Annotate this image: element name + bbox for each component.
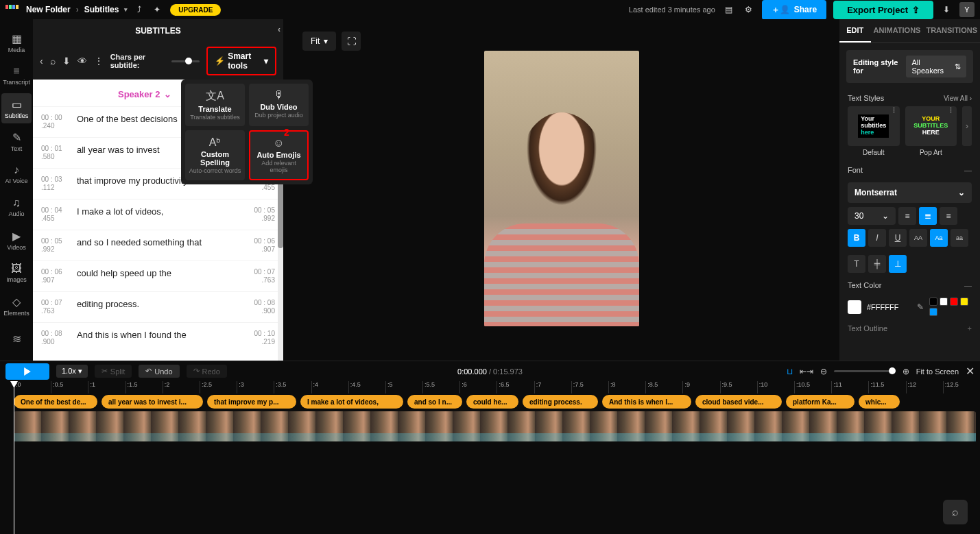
subtitle-text[interactable]: and so I needed something that	[71, 237, 245, 254]
valign-mid-button[interactable]: ╪	[868, 255, 886, 273]
more-icon[interactable]: ⋮	[948, 108, 954, 114]
subtitle-text[interactable]: I make a lot of videos,	[71, 206, 245, 223]
snap-icon[interactable]: ⇤⇥	[800, 367, 813, 376]
align-left-button[interactable]: ≡	[898, 207, 916, 225]
smart-tool-spelling[interactable]: Aᵇ Custom Spelling Auto-correct words	[185, 130, 245, 180]
subtitle-row[interactable]: 00 : 04.455 I make a lot of videos, 00 :…	[33, 199, 283, 230]
magnet-icon[interactable]: ⊔	[787, 367, 793, 376]
tab-edit[interactable]: EDIT	[839, 19, 871, 43]
align-right-button[interactable]: ≡	[940, 207, 957, 225]
color-swatch[interactable]	[929, 308, 937, 316]
subtitle-row[interactable]: 00 : 07.763 editing process. 00 : 08.900	[33, 291, 283, 322]
subtitle-clip[interactable]: cloud based vide...	[695, 395, 782, 409]
subtitle-clip[interactable]: platform Ka...	[786, 395, 854, 409]
color-swatch[interactable]	[950, 298, 958, 306]
zoom-in-icon[interactable]: ⊕	[903, 367, 909, 376]
playhead[interactable]	[14, 381, 14, 534]
font-family-select[interactable]: Montserrat⌄	[848, 182, 972, 203]
tab-animations[interactable]: ANIMATIONS	[871, 19, 924, 43]
redo-button[interactable]: ↷ Redo	[187, 365, 227, 378]
more-icon[interactable]: ⋮	[891, 108, 897, 114]
style-pop-art[interactable]: ⋮ YOUR SUBTITLES HERE Pop Art	[905, 106, 957, 156]
zoom-out-icon[interactable]: ⊖	[820, 367, 827, 376]
subtitle-clip[interactable]: and so I n...	[407, 395, 462, 409]
color-swatch[interactable]	[929, 298, 937, 306]
eye-icon[interactable]: 👁	[77, 56, 87, 66]
sentence-case-button[interactable]: Aa	[930, 229, 948, 247]
download-icon[interactable]: ⬇	[940, 2, 953, 17]
color-swatch[interactable]	[940, 298, 948, 306]
subtitle-clip[interactable]: that improve my p...	[207, 395, 296, 409]
speaker-filter[interactable]: All Speakers⇅	[906, 56, 966, 77]
comment-icon[interactable]: ▤	[722, 2, 735, 17]
subtitle-text[interactable]: editing process.	[71, 299, 245, 315]
download-srt-icon[interactable]: ⬇	[62, 56, 71, 66]
tool-audio[interactable]: ♫Audio	[1, 192, 32, 222]
view-all-link[interactable]: View All ›	[944, 95, 972, 102]
subtitle-clip[interactable]: could he...	[466, 395, 518, 409]
smart-tools-button[interactable]: ⚡ Smart tools ▾	[206, 47, 276, 75]
settings-icon[interactable]: ⚙	[742, 2, 755, 17]
valign-top-button[interactable]: T	[848, 255, 865, 273]
bold-button[interactable]: B	[848, 229, 865, 247]
tab-transitions[interactable]: TRANSITIONS	[923, 19, 980, 43]
upgrade-button[interactable]: UPGRADE	[170, 4, 221, 16]
eyedropper-icon[interactable]: ✎	[917, 302, 924, 312]
lowercase-button[interactable]: aa	[951, 229, 968, 247]
play-button[interactable]	[5, 363, 49, 380]
tool-elements[interactable]: ◇Elements	[1, 291, 32, 321]
tool-transcript[interactable]: ≡Transcript	[1, 60, 32, 90]
search-icon[interactable]: ⌕	[50, 56, 56, 66]
search-fab[interactable]: ⌕	[943, 500, 968, 524]
valign-bot-button[interactable]: ⊥	[889, 255, 907, 273]
collapse-panel-icon[interactable]: ‹	[278, 25, 280, 34]
subtitle-text[interactable]: And this is when I found the	[71, 330, 245, 346]
video-preview[interactable]	[484, 51, 639, 326]
breadcrumb-folder[interactable]: New Folder	[26, 5, 71, 14]
collapse-icon[interactable]: —	[964, 281, 972, 289]
cloud-icon[interactable]: ⤴	[134, 2, 144, 17]
tool-layers[interactable]: ≋	[1, 324, 32, 354]
chars-slider[interactable]	[171, 60, 200, 62]
subtitle-clip[interactable]: editing process.	[523, 395, 598, 409]
zoom-slider[interactable]	[834, 370, 896, 372]
sparkle-icon[interactable]: ✦	[151, 2, 163, 17]
subtitle-track[interactable]: One of the best de...all year was to inv…	[0, 393, 980, 410]
subtitle-clip[interactable]: And this is when I...	[602, 395, 691, 409]
color-swatch[interactable]	[960, 298, 968, 306]
tool-media[interactable]: ▦Media	[1, 27, 32, 58]
underline-button[interactable]: U	[889, 229, 907, 247]
chevron-down-icon[interactable]: ▾	[124, 6, 128, 13]
italic-button[interactable]: I	[868, 229, 886, 247]
subtitle-clip[interactable]: One of the best de...	[14, 395, 97, 409]
timeline-ruler[interactable]: :0:0.5:1:1.5:2:2.5:3:3.5:4:4.5:5:5.5:6:6…	[0, 381, 980, 393]
fit-dropdown[interactable]: Fit▾	[302, 32, 336, 51]
style-default[interactable]: ⋮ Yoursubtitleshere Default	[848, 106, 900, 156]
undo-button[interactable]: ↶ Undo	[139, 365, 179, 378]
smart-tool-emojis[interactable]: ☺ Auto Emojis Add relevant emojis	[249, 130, 309, 180]
more-icon[interactable]: ⋮	[94, 56, 104, 66]
collapse-icon[interactable]: —	[964, 166, 972, 174]
back-icon[interactable]: ‹	[40, 56, 43, 66]
subtitle-clip[interactable]: I make a lot of videos,	[300, 395, 403, 409]
subtitle-clip[interactable]: whic...	[859, 395, 900, 409]
smart-tool-dub[interactable]: 🎙 Dub Video Dub project audio	[249, 84, 309, 126]
tool-images[interactable]: 🖼Images	[1, 258, 32, 288]
smart-tool-translate[interactable]: 文A Translate Translate subtitles	[185, 84, 245, 126]
subtitle-row[interactable]: 00 : 06.907 could help speed up the 00 :…	[33, 260, 283, 291]
tool-ai-voice[interactable]: ♪AI Voice	[1, 159, 32, 189]
playback-speed[interactable]: 1.0x ▾	[56, 365, 88, 378]
split-button[interactable]: ✂ Split	[95, 365, 132, 378]
tool-text[interactable]: ✎Text	[1, 126, 32, 156]
breadcrumb-project[interactable]: Subtitles	[84, 5, 119, 14]
align-center-button[interactable]: ≣	[919, 207, 937, 225]
share-button[interactable]: ＋👤Share	[762, 0, 826, 20]
subtitle-clip[interactable]: all year was to invest i...	[101, 395, 203, 409]
video-track[interactable]	[14, 411, 976, 441]
smallcaps-button[interactable]: AA	[909, 229, 927, 247]
expand-icon[interactable]: ⛶	[342, 32, 361, 51]
close-icon[interactable]: ✕	[966, 365, 975, 378]
next-style-icon[interactable]: ›	[962, 106, 972, 146]
subtitle-row[interactable]: 00 : 08.900 And this is when I found the…	[33, 322, 283, 353]
tool-videos[interactable]: ▶Videos	[1, 225, 32, 255]
